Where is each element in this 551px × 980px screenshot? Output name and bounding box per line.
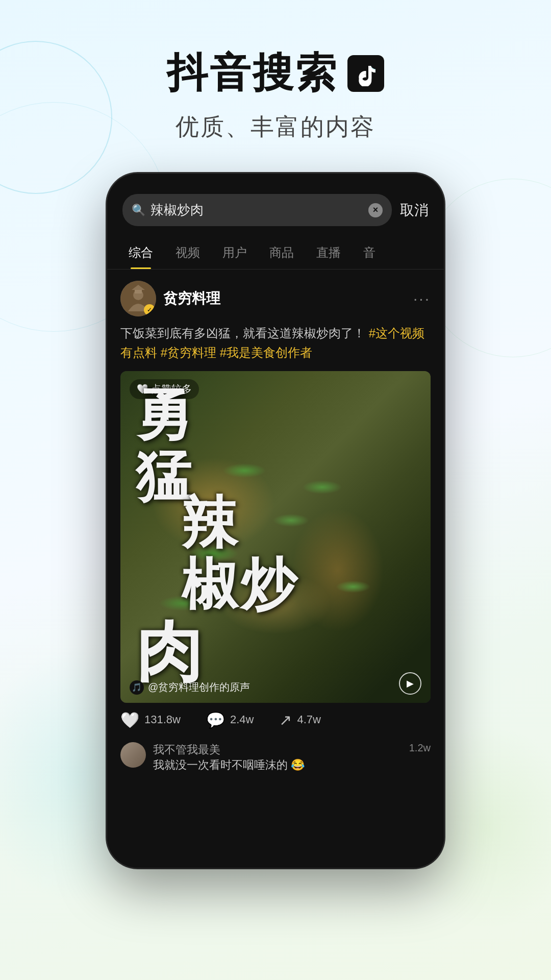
user-info: ✓ 贫穷料理 xyxy=(120,281,220,316)
calligraphy-line5: 肉 xyxy=(136,616,205,689)
tabs-area: 综合 视频 用户 商品 直播 音 xyxy=(107,236,444,270)
calligraphy-line3: 辣 xyxy=(182,493,299,554)
main-title: 抖音搜索 xyxy=(0,46,551,101)
calligraphy-text-3: 肉 xyxy=(136,616,205,689)
comment-like-count: 1.2w xyxy=(409,742,431,754)
tab-直播[interactable]: 直播 xyxy=(305,236,352,269)
tab-商品[interactable]: 商品 xyxy=(258,236,305,269)
video-sound-bar: 🎵 @贫穷料理创作的原声 xyxy=(130,680,250,695)
tab-视频[interactable]: 视频 xyxy=(164,236,211,269)
post-header: ✓ 贫穷料理 ··· xyxy=(107,270,444,324)
like-count: 131.8w xyxy=(144,713,181,726)
share-icon: ↗ xyxy=(279,711,292,729)
content-area: ✓ 贫穷料理 ··· 下饭菜到底有多凶猛，就看这道辣椒炒肉了！ #这个视频有点料… xyxy=(107,270,444,868)
share-count: 4.7w xyxy=(297,713,320,726)
play-icon: ▶ xyxy=(407,678,414,689)
calligraphy-text: 勇 猛 xyxy=(136,384,194,508)
search-clear-button[interactable]: × xyxy=(368,203,383,217)
search-query-text: 辣椒炒肉 xyxy=(151,201,363,219)
like-button[interactable]: 🤍 131.8w xyxy=(120,711,181,729)
calligraphy-line1: 勇 xyxy=(136,384,194,446)
sound-text: @贫穷料理创作的原声 xyxy=(148,680,250,694)
search-input-box[interactable]: 🔍 辣椒炒肉 × xyxy=(122,194,392,226)
title-text: 抖音搜索 xyxy=(167,46,338,101)
comment-preview: 我不管我最美 我就没一次看时不咽唾沫的 😂 1.2w xyxy=(107,737,444,778)
tab-音[interactable]: 音 xyxy=(352,236,387,269)
user-avatar[interactable]: ✓ xyxy=(120,281,156,316)
comment-text: 我就没一次看时不咽唾沫的 😂 xyxy=(153,757,402,773)
search-icon: 🔍 xyxy=(132,204,145,217)
comment-avatar xyxy=(120,742,146,768)
tiktok-logo-icon xyxy=(347,55,384,92)
comment-button[interactable]: 💬 2.4w xyxy=(206,711,254,729)
phone-mockup: 🔍 辣椒炒肉 × 取消 综合 视频 用户 商品 xyxy=(107,174,444,868)
video-calligraphy-overlay: 勇 猛 辣 椒炒 肉 xyxy=(120,371,431,703)
interaction-bar: 🤍 131.8w 💬 2.4w ↗ 4.7w xyxy=(107,703,444,737)
tab-综合[interactable]: 综合 xyxy=(117,236,164,269)
header-area: 抖音搜索 优质、丰富的内容 xyxy=(0,0,551,168)
calligraphy-text-2: 辣 椒炒 xyxy=(182,493,299,616)
sound-icon: 🎵 xyxy=(130,680,144,695)
search-cancel-button[interactable]: 取消 xyxy=(400,201,429,220)
username-label[interactable]: 贫穷料理 xyxy=(163,289,220,308)
search-bar-area: 🔍 辣椒炒肉 × 取消 xyxy=(107,174,444,236)
video-play-button[interactable]: ▶ xyxy=(399,672,421,695)
tab-用户[interactable]: 用户 xyxy=(211,236,258,269)
like-icon: 🤍 xyxy=(120,711,139,729)
video-thumbnail[interactable]: 🤍 点赞较多 勇 猛 辣 椒炒 肉 xyxy=(120,371,431,703)
more-options-button[interactable]: ··· xyxy=(413,290,431,307)
comment-content: 我不管我最美 我就没一次看时不咽唾沫的 😂 xyxy=(153,742,402,773)
calligraphy-line4: 椒炒 xyxy=(182,554,299,616)
phone-wrapper: 🔍 辣椒炒肉 × 取消 综合 视频 用户 商品 xyxy=(0,174,551,868)
share-button[interactable]: ↗ 4.7w xyxy=(279,711,320,729)
comment-icon: 💬 xyxy=(206,711,225,729)
post-desc-normal: 下饭菜到底有多凶猛，就看这道辣椒炒肉了！ xyxy=(120,326,365,340)
post-description: 下饭菜到底有多凶猛，就看这道辣椒炒肉了！ #这个视频有点料 #贫穷料理 #我是美… xyxy=(107,324,444,371)
comment-count: 2.4w xyxy=(230,713,254,726)
subtitle-text: 优质、丰富的内容 xyxy=(0,111,551,143)
verified-badge: ✓ xyxy=(144,304,155,315)
phone-inner: 🔍 辣椒炒肉 × 取消 综合 视频 用户 商品 xyxy=(107,174,444,868)
comment-username: 我不管我最美 xyxy=(153,742,402,757)
